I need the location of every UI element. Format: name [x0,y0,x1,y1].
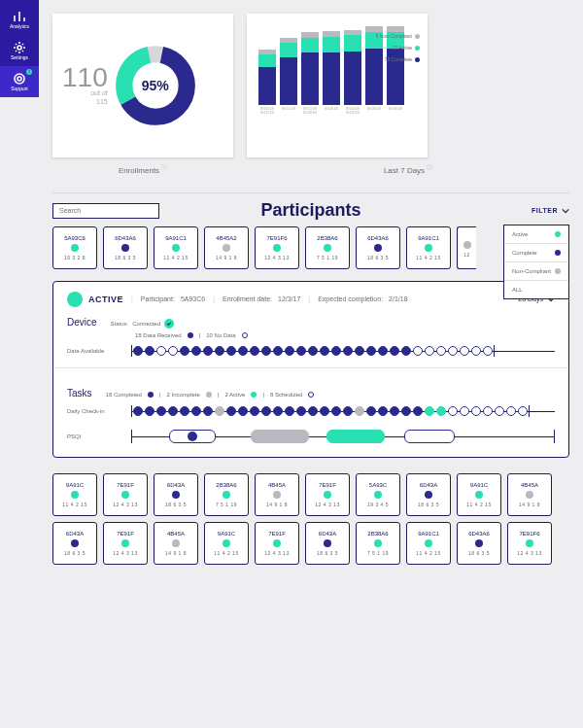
svg-point-0 [17,46,21,50]
last7-card-label: Last 7 Daysⓘ [247,163,569,175]
status-dot [67,292,83,307]
status-label: ACTIVE [88,295,123,304]
gear-icon [13,41,26,54]
filter-button[interactable]: FILTER [532,207,569,215]
check-icon [164,319,174,329]
data-available-label: Data Available [67,348,121,354]
participant-tile[interactable]: 9A91C11 4 2 15 [457,473,501,516]
participant-tile[interactable]: 4B45A14 9 1 8 [154,522,198,565]
device-title: Device [67,317,97,328]
participant-tile[interactable]: 4B45A14 9 1 8 [255,473,299,516]
participants-header: Participants FILTER ActiveCompleteNon-Co… [52,203,569,219]
filter-option[interactable]: Active [504,225,568,243]
data-available-track [131,344,555,358]
svg-point-1 [15,74,24,84]
divider [52,192,569,193]
participant-tile[interactable]: 7E91F12 4 3 13 [305,473,350,516]
daily-checkin-label: Daily Check-in [67,408,121,414]
participant-tile[interactable]: 6D43A18 6 3 5 [52,522,97,565]
participant-tile[interactable]: 7E91F12 4 3 13 [103,473,148,516]
enroll-card-label: Enrollmentsⓘ [52,163,233,175]
participant-tile[interactable]: 2B38A67 5 1 19 [204,473,249,516]
participant-tile[interactable]: 9A91C11 4 2 15 [52,473,97,516]
participant-tile[interactable]: 12 [457,226,476,269]
support-badge: 2 [26,69,32,75]
chart-legend: 9 Non-Compliant22 Active78 Complete [375,27,420,68]
support-icon [13,72,26,86]
participant-tile[interactable]: 7E91F12 4 3 13 [103,522,148,565]
nav-analytics[interactable]: Analytics [0,4,39,35]
participant-tile[interactable]: 4B45A214 9 1 8 [204,226,249,269]
analytics-icon [13,10,26,23]
nav-support[interactable]: 2 Support [0,66,39,97]
last7days-card[interactable]: 9 Non-Compliant22 Active78 Complete 8/10… [247,14,428,157]
chevron-down-icon [562,207,569,215]
participant-tile[interactable]: 5A93C19 3 4 5 [356,473,400,516]
nav-settings[interactable]: Settings [0,35,39,66]
psqi-label: PSQI [67,433,121,439]
participant-detail: ACTIVE | Participant: 5A93C6 | Enrollmen… [52,281,569,458]
participant-tile[interactable]: 9A91C111 4 2 15 [154,226,198,269]
participant-tile[interactable]: 9A91C111 4 2 15 [406,226,451,269]
search-input[interactable] [52,203,159,219]
enrollments-card[interactable]: 110 out of 115 95% [52,14,233,157]
participant-row: 5A93C619 3 2 86D43A618 6 3 59A91C111 4 2… [52,226,569,269]
participant-tile[interactable]: 6D43A18 6 3 5 [305,522,350,565]
filter-option[interactable]: Complete [504,243,568,261]
psqi-track [131,428,555,445]
participant-tile[interactable]: 6D43A618 6 3 5 [356,226,400,269]
participant-row: 9A91C11 4 2 157E91F12 4 3 136D43A18 6 3 … [52,473,569,516]
participant-tile[interactable]: 2B38A67 5 1 19 [356,522,400,565]
participant-tile[interactable]: 7E91F612 4 3 13 [255,226,299,269]
participant-tile[interactable]: 2B38A67 5 1 19 [305,226,350,269]
participant-tile[interactable]: 7E91F612 4 3 13 [507,522,552,565]
participant-row: 6D43A18 6 3 57E91F12 4 3 134B45A14 9 1 8… [52,522,569,565]
participant-tile[interactable]: 7E91F12 4 3 13 [255,522,299,565]
enroll-count: 110 [62,65,108,89]
svg-point-2 [17,77,21,81]
participant-tile[interactable]: 4B45A14 9 1 8 [507,473,552,516]
participant-tile[interactable]: 6D43A18 6 3 5 [406,473,451,516]
filter-option[interactable]: ALL [504,280,568,298]
filter-dropdown[interactable]: ActiveCompleteNon-CompliantALL [503,225,569,299]
participant-tile[interactable]: 6D43A618 6 3 5 [457,522,501,565]
enroll-donut: 95% [114,44,197,127]
filter-option[interactable]: Non-Compliant [504,261,568,280]
sidebar: Analytics Settings 2 Support [0,0,39,97]
participant-tile[interactable]: 6D43A18 6 3 5 [154,473,198,516]
participant-tile[interactable]: 9A91C11 4 2 15 [204,522,249,565]
participant-tile[interactable]: 5A93C619 3 2 8 [52,226,97,269]
participant-tile[interactable]: 9A91C111 4 2 15 [406,522,451,565]
tasks-title: Tasks [67,388,92,399]
participant-tile[interactable]: 6D43A618 6 3 5 [103,226,148,269]
daily-checkin-track [131,404,555,418]
